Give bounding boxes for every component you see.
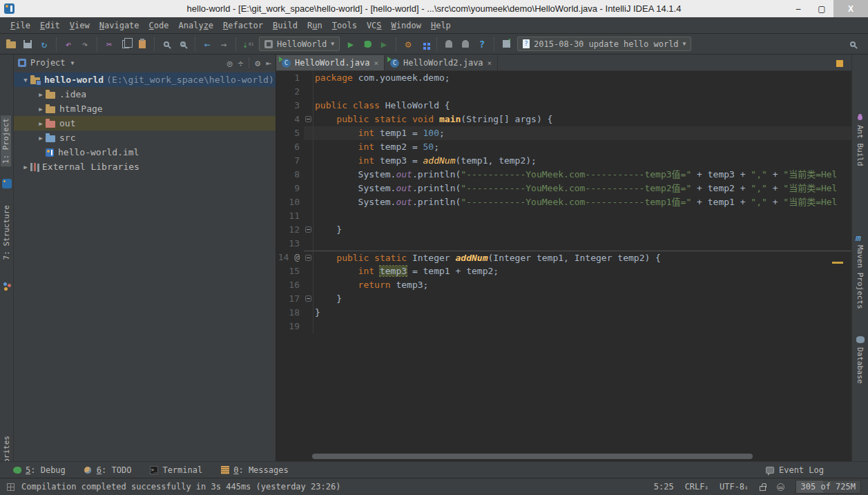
line-number[interactable]: 8 [276, 168, 304, 182]
tool-button-6-todo[interactable]: 6: TODO [84, 465, 132, 475]
close-icon[interactable]: × [488, 59, 492, 68]
database-icon[interactable] [856, 336, 865, 343]
menu-item-code[interactable]: Code [144, 21, 174, 30]
tool-buttons-toggle-icon[interactable] [7, 483, 15, 491]
line-number[interactable]: 19 [276, 320, 304, 333]
menu-item-run[interactable]: Run [302, 21, 327, 30]
tree-expand-icon[interactable]: ▶ [36, 120, 46, 127]
editor-tab-helloworld2-java[interactable]: CHelloWorld2.java× [385, 55, 498, 70]
line-number[interactable]: 14 @ [276, 251, 304, 264]
code-line-7[interactable]: 7 int temp3 = addNum(temp1, temp2); [276, 154, 851, 168]
tree-expand-icon[interactable]: ▶ [36, 135, 46, 142]
menu-item-help[interactable]: Help [426, 21, 456, 30]
line-number[interactable]: 10 [276, 195, 304, 209]
event-log-button[interactable]: Event Log [766, 465, 824, 475]
menu-item-view[interactable]: View [65, 21, 95, 30]
tree-row--idea[interactable]: ▶.idea [14, 87, 276, 101]
code-line-1[interactable]: 1package com.youmeek.demo; [276, 71, 851, 85]
hide-panel-icon[interactable]: ⇤ [266, 58, 271, 68]
android-install-icon[interactable] [441, 36, 457, 52]
project-tool-icon[interactable] [2, 179, 12, 188]
memory-indicator[interactable]: 305 of 725M [795, 480, 861, 494]
paste-icon[interactable] [134, 36, 151, 52]
line-number[interactable]: 5 [276, 126, 304, 140]
code-line-18[interactable]: 18} [276, 306, 851, 320]
line-number[interactable]: 9 [276, 182, 304, 195]
tree-row-hello-world[interactable]: ▼hello-world (E:\git_work_space\hello-wo… [14, 72, 276, 87]
line-number[interactable]: 4 [276, 113, 304, 126]
help-icon[interactable]: ? [474, 36, 490, 52]
line-number[interactable]: 18 [276, 306, 304, 320]
tool-tab-maven-projects[interactable]: Maven Projects [856, 245, 865, 309]
locate-file-icon[interactable]: ◎ [227, 58, 233, 68]
tool-tab-ant-build[interactable]: Ant Build [856, 125, 865, 166]
tool-button-5-debug[interactable]: 5: Debug [12, 465, 66, 475]
line-number[interactable]: 2 [276, 85, 304, 99]
encoding-select[interactable]: UTF-8⇕ [720, 482, 749, 492]
fold-marker-icon[interactable] [304, 292, 314, 306]
sync-icon[interactable]: ↻ [36, 36, 52, 52]
chevron-down-icon[interactable]: ▼ [71, 60, 75, 66]
line-number[interactable]: 7 [276, 154, 304, 168]
line-number[interactable]: 16 [276, 278, 304, 292]
fold-marker-icon[interactable] [304, 113, 314, 126]
line-number[interactable]: 1 [276, 71, 304, 85]
warning-stripe-square-icon[interactable] [836, 60, 843, 67]
menu-item-window[interactable]: Window [387, 21, 426, 30]
search-everywhere-button[interactable] [845, 36, 861, 52]
menu-item-edit[interactable]: Edit [35, 21, 65, 30]
warning-stripe-mark-icon[interactable] [832, 262, 843, 264]
run-icon[interactable]: ▶ [343, 36, 359, 52]
line-number[interactable]: 12 [276, 223, 304, 237]
settings-icon[interactable]: ⚙ [400, 36, 416, 52]
code-line-6[interactable]: 6 int temp2 = 50; [276, 140, 851, 154]
maximize-button[interactable]: ▢ [810, 0, 833, 17]
code-line-9[interactable]: 9 System.out.println("-----------YouMeek… [276, 182, 851, 195]
undo-icon[interactable]: ↶ [60, 36, 77, 52]
minimize-button[interactable]: – [787, 0, 810, 17]
menu-item-navigate[interactable]: Navigate [95, 21, 144, 30]
redo-icon[interactable]: ↷ [77, 36, 93, 52]
maven-icon[interactable]: m [856, 233, 861, 243]
line-number[interactable]: 13 [276, 237, 304, 251]
code-line-19[interactable]: 19 [276, 320, 851, 333]
close-icon[interactable]: × [374, 59, 378, 68]
structure-icon[interactable] [416, 36, 433, 52]
horizontal-scrollbar[interactable] [312, 454, 753, 459]
tool-tab-structure[interactable]: 7: Structure [2, 205, 11, 260]
code-line-2[interactable]: 2 [276, 85, 851, 99]
cut-icon[interactable]: ✂ [101, 36, 117, 52]
commit-icon[interactable] [498, 36, 514, 52]
code-line-5[interactable]: 5 int temp1 = 100; [276, 126, 851, 140]
code-line-11[interactable]: 11 [276, 209, 851, 223]
line-number[interactable]: 11 [276, 209, 304, 223]
tree-row-hello-world-iml[interactable]: hello-world.iml [14, 145, 276, 159]
tree-expand-icon[interactable]: ▼ [21, 77, 30, 84]
tree-row-htmlpage[interactable]: ▶htmlPage [14, 101, 276, 116]
code-line-15[interactable]: 15 int temp3 = temp1 + temp2; [276, 264, 851, 278]
back-icon[interactable]: ← [199, 36, 215, 52]
fold-marker-icon[interactable] [304, 251, 314, 264]
code-editor[interactable]: 1package com.youmeek.demo;23public class… [276, 71, 851, 461]
code-line-4[interactable]: 4 public static void main(String[] args)… [276, 113, 851, 126]
code-line-3[interactable]: 3public class HelloWorld { [276, 99, 851, 113]
collapse-all-icon[interactable]: ÷ [238, 58, 244, 68]
tree-row-out[interactable]: ▶out [14, 116, 276, 130]
tool-tab-database[interactable]: Database [856, 347, 865, 384]
tree-expand-icon[interactable]: ▶ [21, 164, 30, 171]
caret-position[interactable]: 5:25 [654, 482, 674, 492]
line-number[interactable]: 17 [276, 292, 304, 306]
vcs-message-select[interactable]: ? 2015-08-30 update hello world ▼ [517, 37, 691, 51]
sort-icon[interactable]: ⇣01 [240, 36, 256, 52]
copy-icon[interactable] [117, 36, 134, 52]
tool-tab-project[interactable]: 1: Project [1, 115, 11, 166]
tool-button-terminal[interactable]: >_Terminal [149, 465, 202, 475]
line-ending-select[interactable]: CRLF⇕ [685, 482, 708, 492]
save-icon[interactable] [19, 36, 36, 52]
close-button[interactable]: X [833, 0, 868, 17]
unlock-icon[interactable] [760, 486, 766, 491]
forward-icon[interactable]: → [215, 36, 232, 52]
menu-item-file[interactable]: File [6, 21, 35, 30]
code-line-12[interactable]: 12 } [276, 223, 851, 237]
coverage-icon[interactable]: ▶ [376, 36, 392, 52]
